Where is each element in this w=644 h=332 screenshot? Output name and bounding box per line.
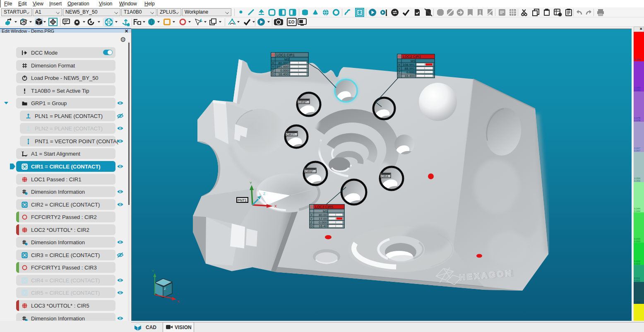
svg-text:Y: Y: [152, 269, 154, 273]
svg-text:16.400: 16.400: [405, 74, 415, 78]
svg-text:16.400: 16.400: [279, 72, 289, 76]
svg-text:X: X: [274, 204, 277, 208]
svg-text:LOC2 CIR2: LOC2 CIR2: [403, 55, 421, 59]
svg-text:16.40: 16.40: [319, 224, 327, 228]
svg-text:Z: Z: [310, 221, 312, 224]
svg-text:CIR8*: CIR8*: [298, 100, 307, 104]
svg-text:D: D: [310, 224, 313, 228]
svg-text:Z: Z: [263, 192, 265, 196]
svg-text:X: X: [398, 63, 401, 67]
svg-text:MS: MS: [411, 59, 416, 63]
svg-text:Y: Y: [310, 217, 313, 221]
svg-text:88.991: 88.991: [405, 67, 415, 70]
svg-text:Z: Z: [164, 287, 166, 291]
svg-text:0.000: 0.000: [319, 221, 327, 224]
svg-text:X: X: [177, 300, 180, 303]
svg-text:LOC3 CIR5: LOC3 CIR5: [315, 205, 333, 209]
svg-text:0.000: 0.000: [406, 70, 415, 74]
svg-text:0.000: 0.000: [280, 69, 289, 72]
svg-text:80.00: 80.00: [319, 213, 327, 217]
svg-text:CIR4: CIR4: [381, 174, 388, 178]
svg-text:X: X: [310, 213, 313, 217]
svg-text:X: X: [272, 61, 274, 65]
svg-text:101.000: 101.000: [276, 65, 288, 69]
svg-text:D: D: [398, 74, 401, 78]
svg-text:PNT1: PNT1: [238, 198, 247, 202]
svg-text:17.00: 17.00: [319, 217, 327, 221]
svg-text:Y: Y: [272, 65, 274, 69]
svg-text:D: D: [272, 72, 274, 76]
svg-text:MS: MS: [284, 58, 289, 61]
svg-text:LOC1 CIR1: LOC1 CIR1: [276, 53, 295, 57]
svg-text:MS: MS: [323, 209, 328, 213]
svg-text:Y: Y: [250, 181, 252, 185]
svg-text:Z: Z: [398, 70, 400, 74]
svg-text:Y: Y: [398, 67, 401, 70]
svg-text:108.991: 108.991: [403, 63, 415, 67]
svg-text:CIR7*: CIR7*: [286, 132, 295, 136]
svg-text:80.000: 80.000: [279, 61, 289, 65]
svg-text:EO: EO: [288, 20, 295, 24]
svg-text:CIR6*: CIR6*: [305, 169, 313, 173]
svg-text:Z: Z: [272, 69, 274, 72]
